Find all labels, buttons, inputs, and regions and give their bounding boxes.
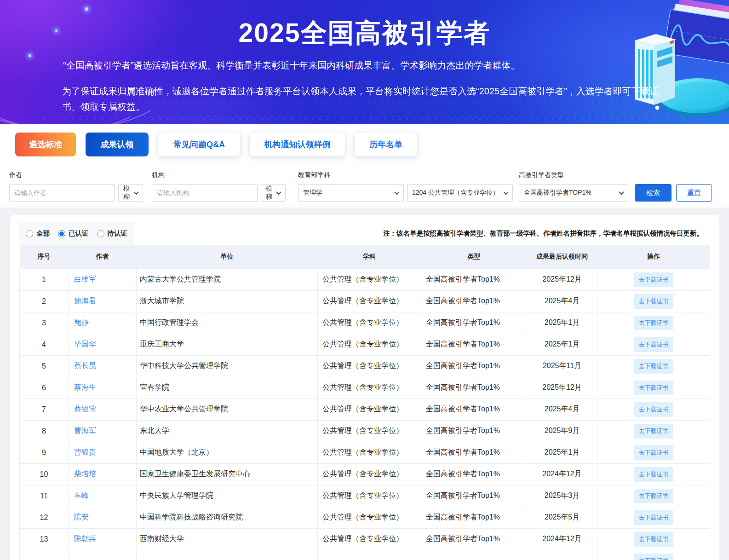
nav-button-selection-criteria[interactable]: 遴选标准 xyxy=(15,133,76,156)
row-index-cell xyxy=(20,550,69,560)
author-link[interactable]: 陈安 xyxy=(74,513,89,521)
table-row: 去下载证书 xyxy=(20,550,710,560)
subject-cell: 公共管理（含专业学位） xyxy=(318,528,421,550)
download-certificate-button[interactable]: 去下载证书 xyxy=(634,424,673,439)
radio-option-all[interactable]: 全部 xyxy=(26,229,50,238)
org-cell xyxy=(137,550,318,560)
download-certificate-button[interactable]: 去下载证书 xyxy=(634,445,673,460)
author-link[interactable]: 蔡银莺 xyxy=(74,405,96,413)
action-cell: 去下载证书 xyxy=(597,269,710,290)
download-certificate-button[interactable]: 去下载证书 xyxy=(634,489,673,503)
action-cell: 去下载证书 xyxy=(597,420,710,442)
author-link[interactable]: 柴培培 xyxy=(74,470,96,478)
discipline-level2-select[interactable]: 1204 公共管理（含专业学位） xyxy=(407,184,513,202)
scholar-type-select[interactable]: 全国高被引学者TOP1% xyxy=(519,184,628,202)
subject-cell: 公共管理（含专业学位） xyxy=(318,485,421,507)
author-link[interactable]: 白维军 xyxy=(74,275,96,283)
header-subject: 学科 xyxy=(318,245,421,269)
download-certificate-button[interactable]: 去下载证书 xyxy=(634,510,673,525)
hero-description-2: 为了保证成果归属准确性，诚邀各位学者通过作者服务平台认领本人成果，平台将实时统计… xyxy=(62,83,660,115)
claim-date-cell: 2025年1月 xyxy=(527,334,597,355)
claim-date-cell: 2025年1月 xyxy=(527,442,597,463)
radio-option-label: 已认证 xyxy=(69,229,89,238)
org-cell: 宜春学院 xyxy=(137,377,318,398)
author-cell: 车峰 xyxy=(69,485,137,507)
nav-button-claim-results[interactable]: 成果认领 xyxy=(86,133,149,156)
claim-date-cell: 2024年12月 xyxy=(527,463,597,485)
table-header-row: 序号 作者 单位 学科 类型 成果最后认领时间 操作 xyxy=(20,245,710,269)
scholars-table: 序号 作者 单位 学科 类型 成果最后认领时间 操作 1白维军内蒙古大学公共管理… xyxy=(19,245,710,560)
radio-option-label: 全部 xyxy=(36,229,50,238)
table-row: 4毕国华重庆工商大学公共管理（含专业学位）全国高被引学者Top1%2025年1月… xyxy=(20,334,710,355)
org-cell: 华中科技大学公共管理学院 xyxy=(137,355,318,377)
type-cell: 全国高被引学者Top1% xyxy=(421,312,527,334)
header-no: 序号 xyxy=(20,245,69,269)
download-certificate-button[interactable]: 去下载证书 xyxy=(634,316,673,330)
action-cell: 去下载证书 xyxy=(597,334,710,355)
author-link[interactable]: 鲍海君 xyxy=(74,297,96,305)
row-index-cell: 1 xyxy=(20,269,69,290)
discipline-filter-label: 教育部学科 xyxy=(298,171,513,179)
subject-cell: 公共管理（含专业学位） xyxy=(318,442,421,463)
author-link[interactable]: 车峰 xyxy=(74,491,89,499)
download-certificate-button[interactable]: 去下载证书 xyxy=(634,554,673,560)
nav-button-past-lists[interactable]: 历年名单 xyxy=(355,133,417,156)
author-link[interactable]: 曹海军 xyxy=(74,427,96,434)
author-link[interactable]: 鲍静 xyxy=(74,318,89,326)
author-link[interactable]: 蔡长昆 xyxy=(74,362,96,369)
author-link[interactable]: 曹银贵 xyxy=(74,448,96,456)
action-cell: 去下载证书 xyxy=(597,355,710,377)
author-link[interactable]: 毕国华 xyxy=(74,340,96,348)
chevron-down-icon xyxy=(394,190,399,195)
org-cell: 浙大城市学院 xyxy=(137,290,318,312)
hero-description-1: “全国高被引学者”遴选活动旨在客观、科学衡量并表彰近十年来国内科研成果丰富、学术… xyxy=(63,59,520,72)
download-certificate-button[interactable]: 去下载证书 xyxy=(634,272,673,287)
nav-button-faq[interactable]: 常见问题Q&A xyxy=(158,133,240,156)
author-input[interactable] xyxy=(9,184,115,202)
download-certificate-button[interactable]: 去下载证书 xyxy=(634,359,673,374)
claim-date-cell: 2025年4月 xyxy=(527,398,597,420)
subject-cell: 公共管理（含专业学位） xyxy=(318,269,421,290)
sorting-note: 注：该名单是按照高被引学者类型、教育部一级学科、作者姓名拼音排序，学者名单根据认… xyxy=(383,229,710,238)
discipline-level1-select[interactable]: 管理学 xyxy=(298,184,404,202)
claim-date-cell: 2025年12月 xyxy=(527,377,597,398)
row-index-cell: 4 xyxy=(20,334,69,355)
institution-input[interactable] xyxy=(152,184,258,202)
author-cell: 蔡海生 xyxy=(69,377,137,398)
download-certificate-button[interactable]: 去下载证书 xyxy=(634,294,673,309)
radio-option-label: 待认证 xyxy=(108,229,128,238)
table-row: 10柴培培国家卫生健康委卫生发展研究中心公共管理（含专业学位）全国高被引学者To… xyxy=(20,463,710,485)
reset-button[interactable]: 重置 xyxy=(676,184,712,202)
type-cell: 全国高被引学者Top1% xyxy=(421,377,527,398)
download-certificate-button[interactable]: 去下载证书 xyxy=(634,337,673,352)
institution-match-mode-value: 模糊 xyxy=(266,185,273,201)
type-cell: 全国高被引学者Top1% xyxy=(421,507,527,528)
author-link[interactable]: 陈朝兵 xyxy=(74,535,96,543)
card-top-bar: 全部 已认证 待认证 注：该名单是按照高被引学者类型、教育部一级学科、作者姓名拼… xyxy=(19,222,710,245)
author-cell: 白维军 xyxy=(69,269,137,290)
author-match-mode-select[interactable]: 模糊 xyxy=(118,184,143,202)
nav-button-notice-sample[interactable]: 机构通知认领样例 xyxy=(250,133,345,156)
radio-option-pending[interactable]: 待认证 xyxy=(97,229,128,238)
action-cell: 去下载证书 xyxy=(597,528,710,550)
row-index-cell: 6 xyxy=(20,377,69,398)
table-body: 1白维军内蒙古大学公共管理学院公共管理（含专业学位）全国高被引学者Top1%20… xyxy=(20,269,710,560)
status-filter-strip: 全部 已认证 待认证 xyxy=(19,222,134,245)
author-match-mode-value: 模糊 xyxy=(123,185,131,201)
download-certificate-button[interactable]: 去下载证书 xyxy=(634,467,673,482)
download-certificate-button[interactable]: 去下载证书 xyxy=(634,381,673,395)
search-button[interactable]: 检索 xyxy=(635,184,672,202)
type-cell: 全国高被引学者Top1% xyxy=(421,485,527,507)
download-certificate-button[interactable]: 去下载证书 xyxy=(634,402,673,417)
author-link[interactable]: 蔡海生 xyxy=(74,383,96,391)
subject-cell: 公共管理（含专业学位） xyxy=(318,377,421,398)
discipline-filter-group: 教育部学科 管理学 1204 公共管理（含专业学位） xyxy=(298,171,513,202)
subject-cell xyxy=(318,550,421,560)
radio-option-certified[interactable]: 已认证 xyxy=(58,229,89,238)
institution-match-mode-select[interactable]: 模糊 xyxy=(261,184,286,202)
table-row: 8曹海军东北大学公共管理（含专业学位）全国高被引学者Top1%2025年9月去下… xyxy=(20,420,710,442)
download-certificate-button[interactable]: 去下载证书 xyxy=(634,532,673,547)
table-row: 3鲍静中国行政管理学会公共管理（含专业学位）全国高被引学者Top1%2025年1… xyxy=(20,312,710,334)
row-index-cell: 2 xyxy=(20,290,69,312)
claim-date-cell xyxy=(527,550,597,560)
